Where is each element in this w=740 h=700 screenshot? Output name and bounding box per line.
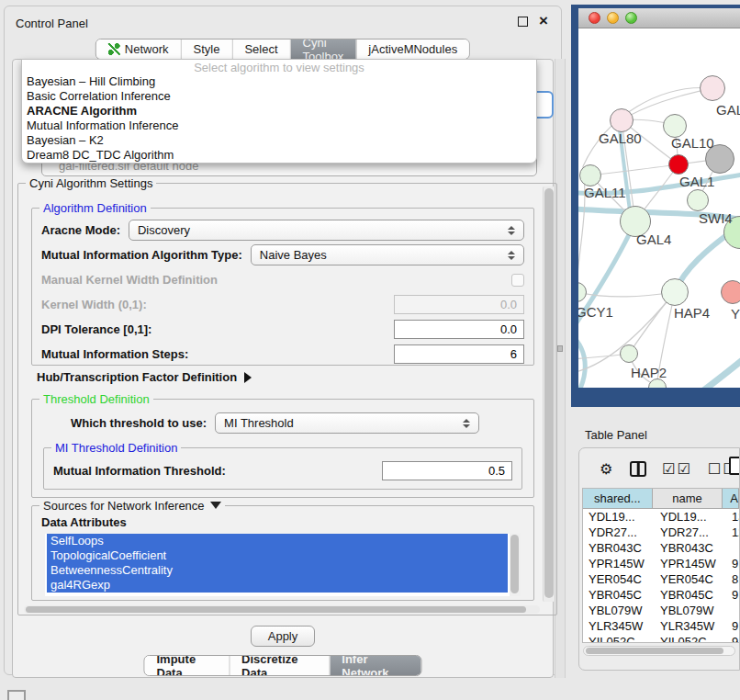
tab-network[interactable]: Network — [96, 40, 181, 59]
table-row[interactable]: YLR345WYLR345W9. — [583, 618, 739, 634]
network-node-gal7[interactable] — [700, 75, 725, 101]
minimize-traffic-icon[interactable] — [607, 12, 619, 24]
spinner-arrows-icon — [508, 251, 515, 260]
table-header-row: shared...nameA — [583, 489, 739, 509]
network-node-hap4[interactable] — [661, 278, 689, 306]
table-row[interactable]: YIL052CYIL052C9. — [583, 634, 739, 642]
aracne-mode-select[interactable]: Discovery — [129, 220, 524, 241]
node-label-gcy1: GCY1 — [578, 304, 613, 320]
dropdown-option-basic-correlation-inference[interactable]: Basic Correlation Inference — [22, 89, 536, 104]
dropdown-option-aracne-algorithm[interactable]: ARACNE Algorithm — [22, 104, 536, 119]
network-window-titlebar[interactable] — [578, 8, 740, 28]
new-table-icon[interactable] — [729, 457, 740, 475]
scrollbar-thumb[interactable] — [586, 648, 723, 654]
network-node-hap2[interactable] — [620, 344, 638, 363]
attribute-item-topologicalcoefficient[interactable]: TopologicalCoefficient — [47, 548, 508, 563]
node-label-gal10: GAL10 — [671, 135, 714, 151]
attribute-item-selfloops[interactable]: SelfLoops — [47, 534, 508, 548]
settings-vertical-scrollbar[interactable] — [543, 186, 555, 602]
network-node-gal11[interactable] — [579, 164, 601, 186]
scrollbar-thumb[interactable] — [544, 188, 554, 598]
table-row[interactable]: YPR145WYPR145W9. — [583, 556, 739, 571]
sources-group-title: Sources for Network Inference — [39, 499, 225, 513]
tab-discretize-data[interactable]: Discretize Data — [229, 656, 329, 675]
column-header-shared[interactable]: shared... — [583, 489, 653, 508]
sources-title-text: Sources for Network Inference — [43, 499, 205, 513]
scrollbar-thumb[interactable] — [26, 606, 526, 613]
table-row[interactable]: YDR27...YDR27...12 — [583, 525, 739, 540]
zoom-traffic-icon[interactable] — [625, 12, 637, 24]
dpi-tolerance-input[interactable] — [394, 320, 524, 339]
cell: 13 — [723, 510, 739, 524]
cell: YPR145W — [583, 557, 653, 570]
split-view-icon[interactable] — [630, 461, 646, 477]
attribute-item-betweennesscentrality[interactable]: BetweennessCentrality — [47, 563, 508, 578]
collapse-down-icon[interactable] — [210, 502, 221, 509]
data-attributes-label: Data Attributes — [41, 515, 533, 529]
mi-type-select[interactable]: Naive Bayes — [251, 244, 524, 265]
mi-steps-input[interactable] — [394, 344, 524, 364]
cyni-algorithm-settings-group: Cyni Algorithm Settings Algorithm Defini… — [17, 183, 557, 615]
threshold-definition-title: Threshold Definition — [39, 392, 153, 406]
tab-style[interactable]: Style — [181, 40, 232, 59]
list-vertical-scrollbar[interactable] — [510, 534, 521, 596]
network-node-gal80[interactable] — [610, 108, 633, 132]
tab-impute-data[interactable]: Impute Data — [145, 656, 230, 675]
network-node-y[interactable] — [721, 280, 740, 304]
cell: 9. — [723, 635, 739, 642]
network-node-gal1[interactable] — [668, 154, 689, 175]
tab-infer-network[interactable]: Infer Network — [329, 656, 420, 675]
settings-horizontal-scrollbar[interactable] — [24, 605, 540, 614]
table-panel-window: ⚙☑☑☐☐ shared...nameA YDL19...YDL19...13Y… — [578, 447, 740, 671]
tab-label: Infer Network — [342, 655, 409, 676]
dropdown-option-dream8-dc-tdc-algorithm[interactable]: Dream8 DC_TDC Algorithm — [22, 148, 536, 163]
scrollbar-thumb[interactable] — [510, 535, 519, 593]
network-node-swi4[interactable] — [687, 189, 709, 211]
minimized-panel-icon[interactable] — [7, 690, 26, 700]
mi-threshold-input[interactable] — [382, 461, 512, 480]
gear-icon[interactable]: ⚙ — [600, 462, 614, 477]
table-toolbar: ⚙☑☑☐☐ — [579, 448, 739, 486]
column-header-a[interactable]: A — [723, 489, 739, 508]
network-view-window: GAL7GAL80GAL10GAL1GAL11SWI4GAL4GCY1HAP4Y… — [571, 5, 740, 407]
attribute-item-gal4rgexp[interactable]: gal4RGexp — [47, 578, 508, 593]
kernel-width-input[interactable] — [394, 295, 524, 314]
tab-label: Style — [194, 42, 220, 56]
which-threshold-value: MI Threshold — [224, 416, 294, 430]
table-horizontal-scrollbar[interactable] — [583, 646, 735, 656]
dropdown-option-mutual-information-inference[interactable]: Mutual Information Inference — [22, 119, 536, 133]
mi-type-label: Mutual Information Algorithm Type: — [41, 248, 242, 262]
tab-select[interactable]: Select — [231, 40, 289, 59]
table-row[interactable]: YER054CYER054C8. — [583, 571, 739, 587]
tab-label: Discretize Data — [241, 655, 317, 676]
dropdown-options: Bayesian – Hill ClimbingBasic Correlatio… — [22, 74, 536, 163]
control-panel-window: Control Panel × NetworkStyleSelectCyni T… — [4, 6, 562, 675]
data-attributes-list: SelfLoopsTopologicalCoefficientBetweenne… — [45, 534, 521, 596]
column-header-name[interactable]: name — [653, 489, 723, 508]
close-icon[interactable]: × — [539, 16, 548, 27]
manual-kernel-checkbox[interactable] — [511, 274, 524, 287]
table-row[interactable]: YBR043CYBR043C — [583, 540, 739, 556]
tab-label: Select — [244, 42, 277, 56]
spinner-arrows-icon — [463, 419, 470, 428]
network-graph-icon — [108, 43, 120, 55]
checked-columns-icon[interactable]: ☑☑ — [662, 462, 692, 477]
apply-button[interactable]: Apply — [251, 626, 315, 647]
float-panel-icon[interactable] — [518, 17, 528, 27]
tab-jactivemnodules[interactable]: jActiveMNodules — [355, 40, 469, 59]
cell: 12 — [723, 525, 739, 539]
table-row[interactable]: YDL19...YDL19...13 — [583, 509, 739, 525]
close-traffic-icon[interactable] — [589, 12, 600, 24]
dropdown-option-bayesian-k2[interactable]: Bayesian – K2 — [22, 133, 536, 148]
panel-resize-handle[interactable] — [557, 345, 563, 352]
aracne-mode-label: Aracne Mode: — [41, 223, 120, 237]
which-threshold-select[interactable]: MI Threshold — [215, 412, 479, 434]
table-row[interactable]: YBR045CYBR045C9. — [583, 587, 739, 603]
hub-definition-expander[interactable]: Hub/Transcription Factor Definition — [37, 370, 252, 384]
table-row[interactable]: YBL079WYBL079W — [583, 603, 739, 618]
dropdown-option-bayesian-hill-climbing[interactable]: Bayesian – Hill Climbing — [22, 74, 536, 89]
tab-cyni-toolbox[interactable]: Cyni Toolbox — [290, 40, 356, 59]
hub-definition-label: Hub/Transcription Factor Definition — [37, 370, 237, 384]
cell: YDR27... — [653, 525, 723, 539]
network-canvas[interactable]: GAL7GAL80GAL10GAL1GAL11SWI4GAL4GCY1HAP4Y… — [578, 28, 740, 388]
